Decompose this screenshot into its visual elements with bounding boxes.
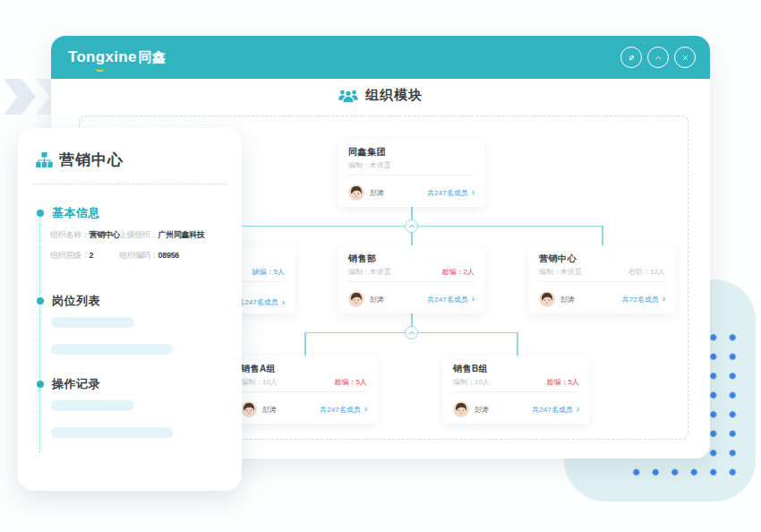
avatar: [241, 401, 257, 417]
section-heading: 岗位列表: [52, 293, 100, 309]
skeleton-bar: [51, 427, 173, 438]
divider: [453, 391, 579, 392]
module-title: 组织模块: [338, 87, 423, 104]
avatar: [539, 291, 555, 307]
chevron-right-icon: ›: [472, 189, 475, 196]
screen: Tongxine同鑫: [0, 0, 761, 532]
connector-line: [304, 332, 306, 356]
chevron-right-icon: ›: [472, 296, 475, 303]
divider: [348, 175, 475, 176]
connector-line: [411, 207, 413, 219]
bullet-icon: [37, 210, 44, 217]
chevron-right-icon: ›: [282, 299, 285, 306]
manager-name: 彭涛: [475, 405, 489, 415]
section-heading: 基本信息: [52, 205, 100, 221]
field-label: 组织名称：: [50, 230, 90, 239]
field-label: 组织编码：: [119, 251, 158, 260]
overstaffed-badge: 超编：5人: [335, 377, 367, 387]
overstaffed-badge: 超编：2人: [442, 267, 475, 277]
close-button[interactable]: [674, 47, 696, 68]
chevron-right-icon: ›: [663, 296, 665, 303]
understaffed-badge: 缺编：5人: [252, 267, 285, 277]
avatar: [348, 291, 364, 307]
manager-name: 彭涛: [370, 188, 384, 198]
quota-label: 编制：10人: [241, 377, 278, 387]
org-card-sales-dept[interactable]: 销售部 编制：未设置 超编：2人 彭涛 共247名成员 ›: [338, 245, 485, 313]
collapse-node-button[interactable]: [405, 219, 418, 233]
quota-label: 编制：未设置: [348, 160, 391, 170]
members-count: 共247名成员: [532, 405, 572, 415]
chevron-right-icon: ›: [364, 406, 367, 413]
manager-name: 彭涛: [262, 405, 277, 415]
field-value: 2: [90, 251, 94, 260]
info-field-org-level: 组织层级：2: [50, 250, 93, 262]
field-value: 广州同鑫科技: [158, 230, 205, 239]
logo-text: Tongxine: [68, 48, 137, 66]
members-link[interactable]: 共72名成员 ›: [622, 295, 665, 305]
logo-smile-icon: [95, 65, 105, 72]
chevron-up-icon: [408, 224, 415, 228]
members-count: 共247名成员: [427, 188, 467, 198]
org-card-sales-group-a[interactable]: 销售A组 编制：10人 超编：5人 彭涛 共247名成员 ›: [230, 356, 378, 424]
field-value: 营销中心: [90, 230, 121, 239]
members-link[interactable]: 共247名成员 ›: [427, 295, 475, 305]
detail-panel: 营销中心 基本信息 组织名称：营销中心 上级组织：广州同鑫科技 组织层级：2 组…: [18, 128, 242, 491]
avatar: [453, 401, 469, 417]
section-operation-log: 操作记录: [40, 376, 100, 392]
timeline-line: [39, 214, 40, 452]
users-group-icon: [338, 88, 358, 103]
divider: [241, 391, 367, 392]
logo-text-cn: 同鑫: [139, 49, 167, 66]
info-field-parent-org: 上级组织：广州同鑫科技: [119, 229, 205, 241]
expand-button[interactable]: [620, 47, 642, 68]
window-header: Tongxine同鑫: [51, 36, 710, 79]
members-link[interactable]: 共247名成员 ›: [427, 188, 475, 198]
quota-label: 编制：未设置: [348, 267, 391, 277]
collapse-button[interactable]: [647, 47, 669, 68]
org-hierarchy-icon: [36, 152, 53, 167]
org-card-tongxin-group[interactable]: 同鑫集团 编制：未设置 彭涛 共247名成员 ›: [338, 139, 485, 207]
collapse-node-button[interactable]: [405, 326, 418, 339]
section-position-list: 岗位列表: [40, 293, 100, 309]
field-value: 08956: [158, 251, 180, 260]
section-basic-info: 基本信息: [40, 205, 100, 221]
field-label: 组织层级：: [50, 251, 90, 260]
overstaffed-badge: 超编：5人: [547, 377, 579, 387]
org-card-title: 销售B组: [453, 363, 579, 374]
window-controls: [620, 47, 696, 68]
expand-icon: [626, 52, 637, 64]
close-icon: [680, 52, 691, 64]
chevron-up-icon: [653, 52, 664, 64]
members-link[interactable]: 共247名成员 ›: [237, 297, 285, 307]
members-count: 共247名成员: [320, 405, 360, 415]
quota-label: 编制：未设置: [539, 267, 582, 277]
connector-line: [517, 332, 518, 356]
manager-name: 彭涛: [370, 295, 384, 305]
info-field-org-name: 组织名称：营销中心: [50, 229, 120, 241]
avatar: [348, 184, 364, 201]
members-count: 共247名成员: [237, 297, 278, 307]
panel-header: 营销中心: [36, 150, 124, 170]
divider: [539, 281, 665, 282]
members-link[interactable]: 共247名成员 ›: [320, 405, 367, 415]
module-title-text: 组织模块: [365, 87, 423, 104]
bullet-icon: [37, 381, 44, 388]
org-card-title: 营销中心: [539, 253, 665, 264]
org-card-title: 销售部: [348, 253, 475, 264]
org-card-sales-group-b[interactable]: 销售B组 编制：10人 超编：5人 彭涛 共247名成员 ›: [442, 356, 590, 424]
org-card-title: 同鑫集团: [348, 146, 475, 158]
skeleton-bar: [51, 344, 173, 355]
skeleton-bar: [51, 317, 134, 328]
manager-name: 彭涛: [560, 295, 575, 305]
members-count: 共247名成员: [427, 295, 467, 305]
quota-label: 编制：10人: [453, 377, 490, 387]
connector-line: [602, 226, 603, 245]
members-link[interactable]: 共247名成员 ›: [532, 405, 579, 415]
connector-line: [411, 313, 413, 326]
org-card-title: 销售A组: [241, 363, 367, 374]
org-card-marketing-center[interactable]: 营销中心 编制：未设置 在职：12人 彭涛 共72名成员 ›: [528, 245, 676, 313]
active-count-label: 在职：12人: [628, 267, 665, 277]
divider: [34, 184, 227, 184]
field-label: 上级组织：: [119, 230, 158, 239]
section-heading: 操作记录: [52, 376, 100, 392]
